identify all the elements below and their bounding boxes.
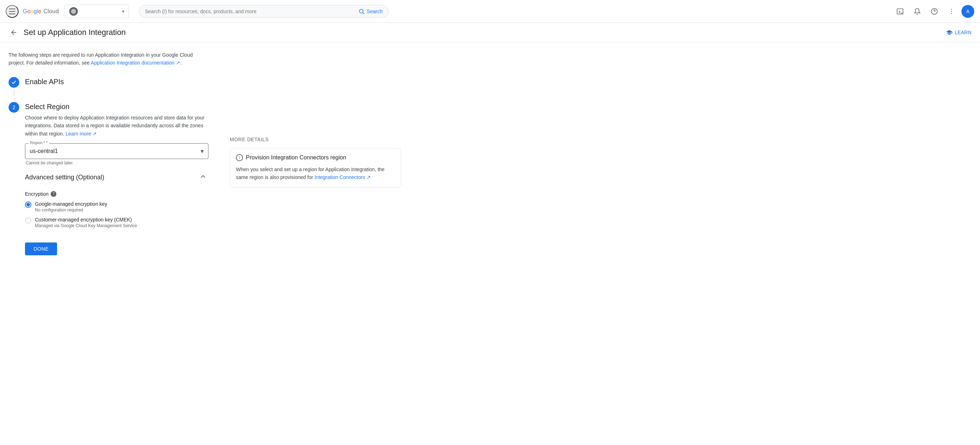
left-panel: The following steps are required to run … (9, 51, 208, 267)
google-managed-option[interactable]: Google-managed encryption key No configu… (25, 201, 208, 212)
docs-link[interactable]: Application Integration documentation ↗ (91, 60, 180, 66)
step-1: Enable APIs (9, 77, 208, 96)
step-2-indicator: 2 (9, 102, 19, 261)
svg-point-6 (951, 9, 952, 10)
notifications-btn[interactable] (910, 4, 924, 19)
google-managed-sublabel: No configuration required (35, 207, 107, 212)
region-select[interactable]: us-central1 us-east1 us-west1 europe-wes… (30, 148, 200, 154)
main-content: The following steps are required to run … (0, 43, 980, 275)
step-1-content: Enable APIs (25, 77, 208, 96)
help-btn[interactable] (927, 4, 942, 19)
advanced-title: Advanced setting (Optional) (25, 174, 104, 181)
search-icon (358, 8, 365, 14)
region-field-group: Region * us-central1 us-east1 us-west1 e… (25, 143, 208, 165)
info-icon: i (236, 154, 243, 161)
provision-description: When you select and set up a region for … (236, 165, 395, 182)
help-icon (931, 8, 938, 15)
search-button[interactable]: Search (358, 8, 383, 14)
learn-link[interactable]: LEARN (946, 29, 971, 36)
top-nav: Google Cloud ▾ Search (0, 0, 980, 23)
right-panel: More Details i Provision Integration Con… (230, 51, 401, 267)
step-2-description: Choose where to deploy Application Integ… (25, 114, 208, 138)
graduate-cap-icon (946, 29, 953, 36)
subheader-left: Set up Application Integration (9, 27, 126, 38)
bell-icon (914, 8, 921, 15)
region-select-wrapper[interactable]: us-central1 us-east1 us-west1 europe-wes… (25, 143, 208, 159)
google-managed-label-group: Google-managed encryption key No configu… (35, 201, 107, 212)
svg-point-0 (360, 9, 363, 13)
more-vert-icon (948, 8, 955, 15)
step-2: 2 Select Region Choose where to deploy A… (9, 102, 208, 261)
checkmark-icon (11, 79, 17, 85)
customer-managed-radio[interactable] (25, 217, 32, 223)
learn-more-link[interactable]: Learn more ↗ (66, 131, 97, 136)
step-1-connector (14, 89, 14, 96)
subheader: Set up Application Integration LEARN (0, 23, 980, 43)
back-arrow-icon (10, 29, 18, 36)
encryption-label: Encryption ? (25, 191, 208, 197)
user-initial: A (966, 9, 969, 14)
collapse-advanced-btn[interactable] (198, 171, 208, 184)
google-cloud-logo[interactable]: Google Cloud (23, 8, 59, 14)
advanced-header: Advanced setting (Optional) (25, 171, 208, 184)
customer-managed-label-group: Customer-managed encryption key (CMEK) M… (35, 217, 137, 228)
search-input[interactable] (145, 9, 355, 14)
step-2-circle: 2 (9, 102, 19, 113)
step-2-title: Select Region (25, 103, 208, 111)
step-2-content: Select Region Choose where to deploy App… (25, 102, 208, 261)
project-dropdown-chevron: ▾ (122, 9, 124, 14)
customer-managed-sublabel: Managed via Google Cloud Key Management … (35, 223, 137, 228)
project-selector[interactable]: ▾ (65, 5, 129, 18)
step-1-title: Enable APIs (25, 78, 208, 86)
done-section: DONE (25, 237, 208, 261)
terminal-icon (896, 8, 904, 15)
google-managed-label: Google-managed encryption key (35, 201, 107, 207)
page-title: Set up Application Integration (24, 28, 126, 37)
more-options-btn[interactable] (944, 4, 959, 19)
step-1-circle (9, 77, 19, 88)
encryption-help-icon[interactable]: ? (51, 191, 56, 197)
provision-card: i Provision Integration Connectors regio… (230, 148, 401, 188)
svg-point-8 (951, 13, 952, 14)
cloud-wordmark: Cloud (43, 8, 59, 14)
user-avatar[interactable]: A (961, 5, 974, 18)
provision-card-title: i Provision Integration Connectors regio… (236, 154, 395, 161)
search-bar: Search (139, 5, 389, 18)
terminal-icon-btn[interactable] (893, 4, 907, 19)
back-button[interactable] (9, 27, 19, 38)
nav-right-icons: A (893, 4, 974, 19)
google-wordmark: Google (23, 8, 41, 14)
intro-text-after: . (180, 60, 181, 66)
customer-managed-option[interactable]: Customer-managed encryption key (CMEK) M… (25, 217, 208, 228)
encryption-section: Encryption ? Google-managed encryption k… (25, 191, 208, 228)
google-managed-radio[interactable] (25, 201, 32, 208)
project-avatar (69, 7, 78, 16)
learn-label: LEARN (955, 30, 971, 35)
search-btn-label: Search (367, 9, 383, 14)
hamburger-menu[interactable] (6, 5, 19, 18)
cannot-change-hint: Cannot be changed later. (25, 160, 208, 165)
step-2-number: 2 (13, 105, 15, 110)
provision-title-text: Provision Integration Connectors region (246, 154, 346, 161)
region-label: Region * (29, 141, 49, 145)
integration-connectors-link[interactable]: Integration Connectors ↗ (314, 174, 371, 180)
advanced-settings-section: Advanced setting (Optional) Encryption ? (25, 171, 208, 228)
collapse-icon (199, 173, 207, 181)
select-dropdown-arrow: ▾ (200, 147, 204, 155)
intro-text: The following steps are required to run … (9, 51, 208, 67)
step-1-indicator (9, 77, 19, 96)
customer-managed-label: Customer-managed encryption key (CMEK) (35, 217, 137, 223)
done-button[interactable]: DONE (25, 242, 57, 255)
svg-line-1 (363, 13, 364, 14)
more-details-title: More Details (230, 136, 401, 142)
svg-point-7 (951, 11, 952, 12)
